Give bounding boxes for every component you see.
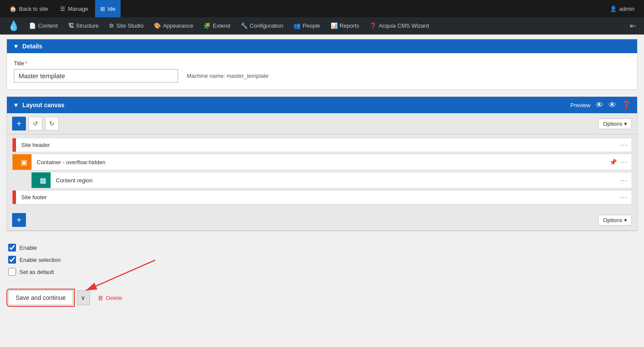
delete-label: Delete xyxy=(106,295,122,301)
nav-acquia[interactable]: ❓ Acquia CMS Wizard xyxy=(364,17,434,35)
content-region-actions: ⋯ xyxy=(616,176,631,185)
delete-icon: 🗑 xyxy=(98,295,103,301)
details-title: Details xyxy=(22,43,42,50)
admin-user-button[interactable]: 👤 admin xyxy=(605,0,640,17)
site-footer-more-icon[interactable]: ⋯ xyxy=(620,193,627,201)
set-as-default-checkbox[interactable] xyxy=(8,268,16,276)
nav-content[interactable]: 📄 Content xyxy=(24,17,63,35)
preview-label: Preview xyxy=(571,102,590,108)
enable-checkbox[interactable] xyxy=(8,244,16,251)
checkbox-group: Enable Enable selection Set as default xyxy=(6,238,638,286)
nav-collapse-button[interactable]: ⇤ xyxy=(625,21,641,31)
content-region-more-icon[interactable]: ⋯ xyxy=(620,176,627,185)
content-region-item: ▩ Content region ⋯ xyxy=(31,172,632,188)
nav-structure[interactable]: 🏗 Structure xyxy=(63,17,104,35)
drupal-logo[interactable]: 💧 xyxy=(3,20,24,32)
container-indicator xyxy=(13,154,16,170)
container-more-icon[interactable]: ⋯ xyxy=(620,158,627,166)
site-header-more-icon[interactable]: ⋯ xyxy=(620,141,627,149)
site-header-actions: ⋯ xyxy=(616,141,631,149)
back-to-site-label: Back to site xyxy=(19,6,48,12)
nav-extend[interactable]: 🧩 Extend xyxy=(198,17,235,35)
extend-label: Extend xyxy=(213,22,230,29)
site-footer-item: Site footer ⋯ xyxy=(12,190,632,204)
configuration-icon: 🔧 xyxy=(241,22,248,29)
undo-button[interactable]: ↺ xyxy=(29,117,42,131)
nav-reports[interactable]: 📊 Reports xyxy=(325,17,365,35)
manage-button[interactable]: ☰ Manage xyxy=(55,0,93,17)
details-section: ▼ Details Title* Machine name: master_te… xyxy=(6,39,638,90)
enable-checkbox-label: Enable xyxy=(19,245,37,251)
main-content: ▼ Details Title* Machine name: master_te… xyxy=(0,35,644,314)
nav-bar-right: ⇤ xyxy=(625,21,641,31)
layout-canvas-title: Layout canvas xyxy=(22,102,64,108)
canvas-top-toolbar: + ↺ ↻ Options ▾ xyxy=(7,113,637,134)
content-icon: 📄 xyxy=(29,22,36,29)
redo-button[interactable]: ↻ xyxy=(45,117,59,131)
nav-people[interactable]: 👥 People xyxy=(288,17,325,35)
nav-appearance[interactable]: 🎨 Appearance xyxy=(149,17,198,35)
machine-name-label: Machine name: master_template xyxy=(187,73,268,79)
bottom-actions: Save and continue ∨ 🗑 Delete xyxy=(6,286,638,309)
layout-chevron-icon: ▼ xyxy=(13,102,19,108)
sitestudio-label: Site Studio xyxy=(116,22,143,29)
people-icon: 👥 xyxy=(293,22,300,29)
details-header[interactable]: ▼ Details xyxy=(7,39,637,53)
structure-label: Structure xyxy=(76,22,99,29)
manage-label: Manage xyxy=(68,6,88,12)
set-as-default-checkbox-label: Set as default xyxy=(19,269,54,275)
enable-checkbox-item: Enable xyxy=(8,244,636,251)
content-region-label: Content region xyxy=(51,174,616,187)
canvas-bottom-toolbar: + Options ▾ xyxy=(7,210,637,231)
enable-selection-checkbox[interactable] xyxy=(8,256,16,264)
save-and-continue-button[interactable]: Save and continue xyxy=(8,290,73,305)
delete-button[interactable]: 🗑 Delete xyxy=(93,292,127,304)
configuration-label: Configuration xyxy=(250,22,283,29)
content-region-indicator xyxy=(32,172,35,188)
title-field-label: Title* xyxy=(14,60,630,67)
nav-configuration[interactable]: 🔧 Configuration xyxy=(236,17,288,35)
canvas-body: Site header ⋯ ▣ Container - overflow:hid… xyxy=(7,134,637,210)
ide-button[interactable]: ⊞ Ide xyxy=(95,0,121,17)
structure-icon: 🏗 xyxy=(68,22,74,29)
container-icon: ▣ xyxy=(16,154,32,170)
title-row: Machine name: master_template xyxy=(14,69,630,83)
save-dropdown-button[interactable]: ∨ xyxy=(77,290,90,305)
ide-icon: ⊞ xyxy=(100,6,105,12)
enable-selection-checkbox-item: Enable selection xyxy=(8,256,636,264)
layout-canvas-header-right: Preview 👁 👁 ❓ xyxy=(571,100,631,110)
content-label: Content xyxy=(38,22,58,29)
enable-selection-checkbox-label: Enable selection xyxy=(19,257,61,263)
top-options-button[interactable]: Options ▾ xyxy=(598,118,632,129)
site-header-indicator xyxy=(13,138,16,152)
container-label: Container - overflow:hidden xyxy=(32,156,605,169)
add-component-bottom-button[interactable]: + xyxy=(12,213,26,227)
admin-bar: 🏠 Back to site ☰ Manage ⊞ Ide 👤 admin xyxy=(0,0,644,17)
preview-eye-button[interactable]: 👁 xyxy=(596,101,603,110)
container-item: ▣ Container - overflow:hidden 📌 ⋯ xyxy=(12,154,632,170)
acquia-icon: ❓ xyxy=(370,22,376,29)
bottom-options-button[interactable]: Options ▾ xyxy=(598,215,632,226)
canvas-toolbar-left: + ↺ ↻ xyxy=(12,117,59,131)
back-arrow-icon: 🏠 xyxy=(10,6,16,12)
preview-eye-alt-button[interactable]: 👁 xyxy=(609,101,616,110)
layout-canvas-header-left: ▼ Layout canvas xyxy=(13,102,64,108)
canvas-bottom-toolbar-left: + xyxy=(12,213,26,227)
content-region-icon: ▩ xyxy=(35,172,51,188)
admin-label: admin xyxy=(619,6,634,12)
nav-sitestudio[interactable]: ⚙ Site Studio xyxy=(104,17,149,35)
details-chevron-icon: ▼ xyxy=(13,43,19,50)
back-to-site-button[interactable]: 🏠 Back to site xyxy=(4,0,53,17)
nav-bar: 💧 📄 Content 🏗 Structure ⚙ Site Studio 🎨 … xyxy=(0,17,644,35)
save-continue-annotation: Save and continue xyxy=(8,290,73,305)
container-pin-icon[interactable]: 📌 xyxy=(609,159,617,166)
add-component-button[interactable]: + xyxy=(12,117,26,131)
site-header-label: Site header xyxy=(16,138,616,152)
details-body: Title* Machine name: master_template xyxy=(7,53,637,89)
site-footer-actions: ⋯ xyxy=(616,193,631,201)
extend-icon: 🧩 xyxy=(204,22,210,29)
title-input[interactable] xyxy=(14,69,178,83)
ide-label: Ide xyxy=(108,6,115,12)
site-header-item: Site header ⋯ xyxy=(12,138,632,152)
help-button[interactable]: ❓ xyxy=(622,100,631,110)
